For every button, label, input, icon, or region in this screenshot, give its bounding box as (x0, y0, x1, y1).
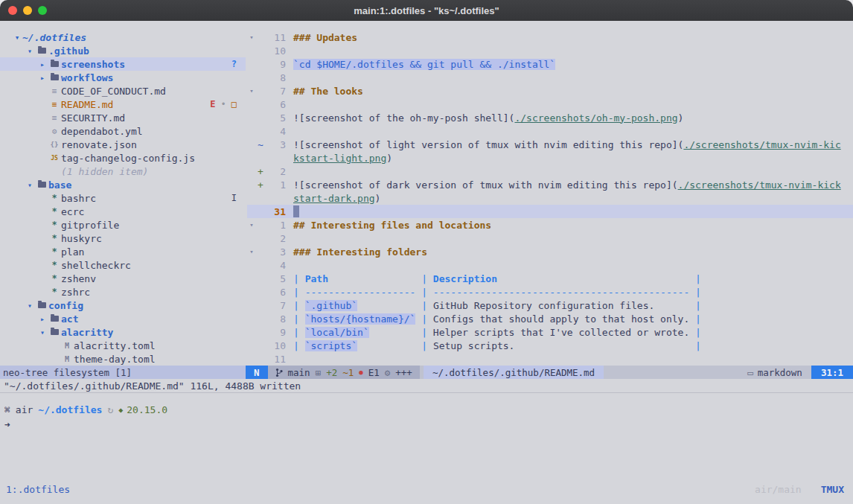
line-number: 8 (265, 313, 286, 325)
tmux-statusbar: 1:.dotfiles air/main TMUX (0, 479, 853, 504)
editor-line[interactable]: 31 (247, 205, 853, 218)
tmux-label: TMUX (821, 484, 844, 495)
editor-line[interactable]: +2 (247, 165, 853, 178)
tree-item-workflows[interactable]: ▸workflows (0, 71, 246, 84)
tree-item-alacritty[interactable]: ▾alacritty (0, 325, 246, 339)
folder-glyph (51, 329, 59, 335)
editor-line[interactable]: 11 (247, 352, 853, 366)
tree-item-ecrc[interactable]: *ecrc (0, 205, 246, 218)
tree-item-config[interactable]: ▾config (0, 299, 246, 312)
shell-pane[interactable]: ⌘ air ~/.dotfiles ↻ ◆ 20.15.0 ➜ (0, 392, 853, 479)
editor-line[interactable]: ▾11### Updates (247, 31, 853, 44)
editor-line[interactable]: +1![screenshot of dark version of tmux w… (247, 178, 853, 191)
text-segment (497, 273, 689, 284)
shell-file-icon: * (48, 260, 61, 270)
editor-line[interactable]: 7| `.github` | GitHub Repository configu… (247, 299, 853, 312)
editor-line[interactable]: 8 (247, 71, 853, 84)
text-segment: ) (678, 112, 684, 124)
inline-code: `hosts/{hostname}/` (305, 313, 416, 325)
chevron-right-icon[interactable]: ▸ (37, 60, 48, 68)
folder-icon (35, 180, 48, 190)
editor-line[interactable]: ~3![screenshot of light version of tmux … (247, 138, 853, 151)
chevron-down-icon[interactable]: ▾ (25, 47, 35, 55)
tree-item-dotfiles[interactable]: ▾~/.dotfiles (0, 31, 246, 44)
tree-item-label: plan (61, 246, 84, 258)
fold-marker-icon[interactable]: ▾ (247, 248, 256, 255)
statusline-filepath: ~/.dotfiles/.github/README.md (424, 366, 604, 379)
line-content: | ------------------- | ----------------… (286, 287, 701, 298)
tree-item-base[interactable]: ▾base (0, 178, 246, 191)
close-button[interactable] (8, 6, 17, 15)
line-content: kstart-light.png) (286, 153, 392, 164)
tree-item-github[interactable]: ▾.github (0, 44, 246, 57)
filetype-segment: ▭ markdown (738, 366, 811, 379)
file-tree: ▾~/.dotfiles▾.github▸screenshots?▸workfl… (0, 21, 246, 366)
editor-line[interactable]: 9| `local/bin` | Helper scripts that I'v… (247, 325, 853, 339)
tree-item-readme-md[interactable]: ≡README.mdE•□ (0, 98, 246, 111)
chevron-down-icon[interactable]: ▾ (37, 328, 48, 336)
chevron-right-icon[interactable]: ▸ (37, 315, 48, 323)
fold-marker-icon[interactable]: ▾ (247, 87, 256, 95)
folder-icon (35, 46, 48, 56)
tree-item-act[interactable]: ▸act (0, 312, 246, 325)
editor-line[interactable]: 5![screenshot of the oh-my-posh shell](.… (247, 111, 853, 124)
tree-item-screenshots[interactable]: ▸screenshots? (0, 57, 246, 71)
folder-glyph (51, 61, 59, 67)
editor-line[interactable]: 6| ------------------- | ---------------… (247, 285, 853, 299)
line-number: 2 (265, 233, 286, 244)
line-content: ![screenshot of light version of tmux wi… (286, 139, 841, 150)
shell-input[interactable]: ➜ (4, 417, 853, 432)
chevron-down-icon[interactable]: ▾ (25, 302, 35, 310)
zoom-button[interactable] (38, 6, 47, 15)
editor-line[interactable]: 10| `scripts` | Setup scripts. | (247, 339, 853, 352)
node-version: 20.15.0 (127, 404, 167, 415)
editor-line[interactable]: ▾7## The looks (247, 84, 853, 98)
editor-line[interactable]: 5| Path | Description | (247, 272, 853, 285)
editor-line[interactable]: 10 (247, 44, 853, 57)
fold-marker-icon[interactable]: ▾ (247, 34, 256, 41)
editor-line[interactable]: ▾1## Interesting files and locations (247, 218, 853, 232)
tree-item-plan[interactable]: *plan (0, 245, 246, 258)
folder-glyph (38, 182, 46, 188)
line-content: ![screenshot of the oh-my-posh shell](./… (286, 112, 683, 124)
tree-item-bashrc[interactable]: *bashrcI (0, 191, 246, 205)
tree-item-shellcheckrc[interactable]: *shellcheckrc (0, 258, 246, 272)
editor-line[interactable]: ▾3### Interesting folders (247, 245, 853, 258)
tree-item-huskyrc[interactable]: *huskyrc (0, 232, 246, 245)
indent (12, 211, 37, 212)
tree-item-tag-changelog-config-js[interactable]: JStag-changelog-config.js (0, 151, 246, 165)
line-number: 6 (265, 99, 286, 110)
tree-item-label: CODE_OF_CONDUCT.md (61, 86, 166, 97)
tree-item-label: ~/.dotfiles (22, 32, 86, 43)
chevron-right-icon[interactable]: ▸ (37, 74, 48, 82)
editor-line[interactable]: 2 (247, 232, 853, 245)
tree-item-security-md[interactable]: ≡SECURITY.md (0, 111, 246, 124)
tree-item-alacritty-toml[interactable]: Malacritty.toml (0, 339, 246, 352)
chevron-down-icon[interactable]: ▾ (25, 181, 35, 189)
chevron-down-icon[interactable]: ▾ (12, 33, 22, 42)
editor-line[interactable]: 4 (247, 258, 853, 272)
tree-item-zshrc[interactable]: *zshrc (0, 285, 246, 299)
window-title: main:1:.dotfiles - "ks~/.dotfiles" (354, 5, 499, 16)
editor-buffer[interactable]: ▾11### Updates109`cd $HOME/.dotfiles && … (246, 21, 853, 366)
editor-line[interactable]: 9`cd $HOME/.dotfiles && git pull && ./in… (247, 57, 853, 71)
titlebar[interactable]: main:1:.dotfiles - "ks~/.dotfiles" (0, 0, 853, 21)
editor-line[interactable]: start-dark.png) (247, 191, 853, 205)
command-message-line: "~/.dotfiles/.github/README.md" 116L, 44… (0, 379, 853, 392)
editor-line[interactable]: 6 (247, 98, 853, 111)
editor-line[interactable]: 4 (247, 124, 853, 138)
tmux-window-tab[interactable]: 1:.dotfiles (6, 484, 70, 495)
text-segment: Configs that should apply to that host o… (433, 313, 689, 325)
tree-item-code-of-conduct-md[interactable]: ≡CODE_OF_CONDUCT.md (0, 84, 246, 98)
line-number: 4 (265, 260, 286, 271)
tree-item-gitprofile[interactable]: *gitprofile (0, 218, 246, 232)
editor-line[interactable]: kstart-light.png) (247, 151, 853, 165)
tree-item-theme-day-toml[interactable]: Mtheme-day.toml (0, 352, 246, 366)
tree-item-dependabot-yml[interactable]: ⚙dependabot.yml (0, 124, 246, 138)
minimize-button[interactable] (23, 6, 32, 15)
editor-line[interactable]: 8| `hosts/{hostname}/` | Configs that sh… (247, 312, 853, 325)
tree-item-zshenv[interactable]: *zshenv (0, 272, 246, 285)
tree-item-renovate-json[interactable]: {}renovate.json (0, 138, 246, 151)
tree-item-1-hidden-item[interactable]: (1 hidden item) (0, 165, 246, 178)
fold-marker-icon[interactable]: ▾ (247, 221, 256, 229)
